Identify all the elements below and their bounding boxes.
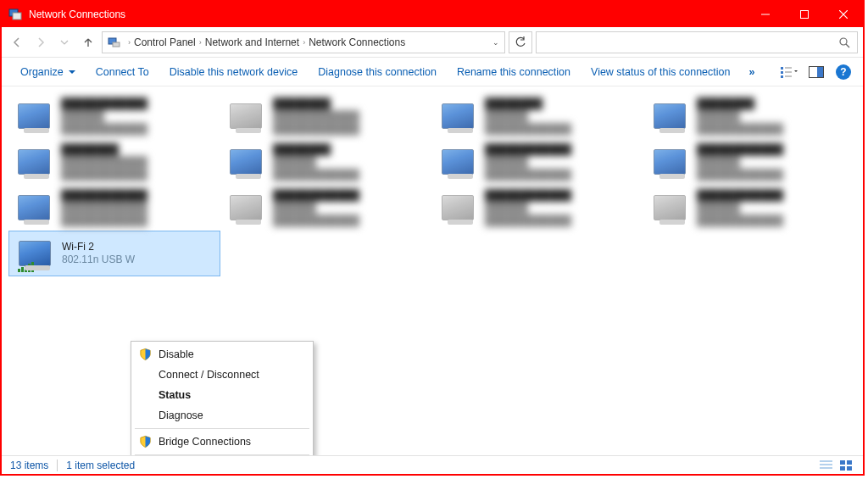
chevron-right-icon: › — [128, 38, 131, 47]
recent-locations-button[interactable] — [54, 32, 75, 53]
large-icons-view-button[interactable] — [839, 460, 854, 471]
search-input[interactable] — [536, 31, 858, 53]
svg-rect-24 — [847, 466, 852, 471]
network-item[interactable]: ██████████████████████████ — [220, 139, 432, 185]
network-item[interactable]: ██████████████████████████████ — [644, 185, 856, 231]
network-item[interactable]: ██████████████████████████████ — [432, 139, 644, 185]
status-bar: 13 items 1 item selected — [2, 455, 863, 474]
command-bar: Organize Connect To Disable this network… — [2, 58, 863, 86]
refresh-button[interactable] — [509, 31, 532, 53]
item-device: 802.11n USB W — [62, 253, 216, 266]
address-bar[interactable]: › Control Panel › Network and Internet ›… — [102, 31, 505, 53]
svg-rect-23 — [840, 466, 845, 471]
minimize-button[interactable] — [746, 2, 785, 27]
navigation-bar: › Control Panel › Network and Internet ›… — [2, 27, 863, 58]
menu-separator — [135, 428, 309, 429]
back-button[interactable] — [7, 32, 27, 53]
network-item-wifi2[interactable]: Wi-Fi 2 802.11n USB W — [8, 231, 220, 276]
window-title: Network Connections — [29, 8, 746, 20]
more-commands-button[interactable]: » — [740, 66, 764, 78]
svg-rect-1 — [13, 13, 21, 19]
breadcrumb-item[interactable]: Network Connections — [309, 36, 405, 48]
change-view-button[interactable] — [778, 61, 800, 83]
selection-count: 1 item selected — [66, 460, 135, 471]
svg-rect-7 — [113, 42, 120, 47]
search-icon — [838, 36, 850, 48]
titlebar: Network Connections — [2, 2, 863, 27]
svg-line-9 — [846, 44, 849, 47]
wifi-adapter-icon — [13, 233, 57, 274]
network-item[interactable]: ██████████████████████████ — [644, 93, 856, 139]
network-item[interactable]: ██████████████████████████████ — [432, 185, 644, 231]
svg-rect-3 — [801, 11, 809, 19]
menu-separator — [135, 454, 309, 455]
item-name: Wi-Fi 2 — [62, 241, 216, 253]
menu-connect-disconnect[interactable]: Connect / Disconnect — [133, 365, 311, 385]
help-button[interactable]: ? — [832, 61, 854, 83]
details-view-button[interactable] — [819, 460, 834, 471]
network-item[interactable]: ████████████████████████████████ — [220, 93, 432, 139]
help-icon: ? — [836, 64, 851, 80]
svg-rect-21 — [840, 460, 845, 465]
context-menu: Disable Connect / Disconnect Status Diag… — [131, 341, 314, 455]
content-area: ██████████████████████████████ █████████… — [2, 86, 863, 455]
svg-rect-12 — [781, 75, 783, 78]
breadcrumb-item[interactable]: Network and Internet — [205, 36, 299, 48]
app-icon — [8, 8, 22, 21]
chevron-right-icon: › — [199, 38, 202, 47]
svg-rect-11 — [781, 71, 783, 74]
menu-status[interactable]: Status — [133, 385, 311, 405]
preview-pane-button[interactable] — [805, 61, 827, 83]
network-item[interactable]: ██████████████████████████████ — [220, 185, 432, 231]
disable-device-button[interactable]: Disable this network device — [159, 58, 308, 86]
network-item[interactable]: ████████████████████████████████████ — [8, 185, 220, 231]
close-button[interactable] — [824, 2, 863, 27]
menu-disable[interactable]: Disable — [133, 344, 311, 365]
svg-rect-22 — [847, 460, 852, 465]
svg-rect-17 — [817, 67, 823, 77]
network-item[interactable]: ████████████████████████████████ — [8, 139, 220, 185]
view-status-button[interactable]: View status of this connection — [581, 58, 740, 86]
address-icon — [108, 36, 121, 49]
address-dropdown-icon[interactable]: ⌄ — [492, 38, 499, 47]
svg-point-8 — [840, 38, 847, 45]
svg-rect-10 — [781, 67, 783, 70]
item-count: 13 items — [10, 460, 48, 471]
connections-grid: ██████████████████████████████ █████████… — [2, 86, 863, 283]
menu-diagnose[interactable]: Diagnose — [133, 405, 311, 426]
breadcrumb-item[interactable]: Control Panel — [134, 36, 196, 48]
up-button[interactable] — [78, 32, 98, 53]
forward-button[interactable] — [31, 32, 51, 53]
window-frame: Network Connections › Control Panel › Ne… — [0, 0, 865, 476]
network-item[interactable]: ██████████████████████████████ — [644, 139, 856, 185]
network-item[interactable]: ██████████████████████████ — [432, 93, 644, 139]
rename-connection-button[interactable]: Rename this connection — [447, 58, 581, 86]
diagnose-connection-button[interactable]: Diagnose this connection — [308, 58, 447, 86]
network-item[interactable]: ██████████████████████████████ — [8, 93, 220, 139]
menu-bridge-connections[interactable]: Bridge Connections — [133, 432, 311, 452]
shield-icon — [139, 435, 152, 448]
shield-icon — [139, 348, 152, 361]
chevron-right-icon: › — [303, 38, 305, 47]
connect-to-button[interactable]: Connect To — [86, 58, 159, 86]
organize-menu[interactable]: Organize — [10, 58, 86, 86]
maximize-button[interactable] — [785, 2, 824, 27]
